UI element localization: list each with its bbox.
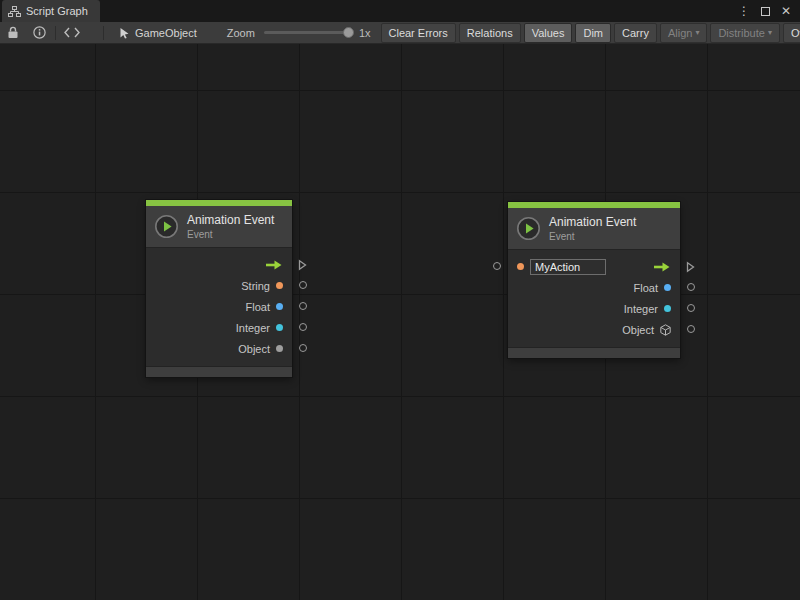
close-icon[interactable]: ✕ <box>781 0 791 22</box>
float-type-icon <box>276 303 283 310</box>
dim-button[interactable]: Dim <box>575 23 611 43</box>
port-row-name-input-flow-out <box>508 256 680 277</box>
port-row-string: String <box>146 275 292 296</box>
string-output-port[interactable] <box>299 281 307 289</box>
toolbar-divider <box>55 26 56 40</box>
port-row-flow-out <box>146 254 292 275</box>
gameobject-label: GameObject <box>135 27 197 39</box>
port-label: Float <box>246 301 270 313</box>
node-body: Float Integer Object <box>508 250 680 347</box>
zoom-slider[interactable] <box>264 31 352 34</box>
window-controls: ⋮ ✕ <box>738 0 800 22</box>
port-label: Integer <box>624 303 658 315</box>
zoom-value: 1x <box>359 27 371 39</box>
menu-icon[interactable]: ⋮ <box>738 0 750 22</box>
angle-brackets-icon[interactable] <box>63 24 81 42</box>
object-type-icon <box>276 345 283 352</box>
info-icon[interactable] <box>30 24 48 42</box>
align-button[interactable]: Align ▾ <box>660 23 707 43</box>
node-title: Animation Event <box>549 215 636 229</box>
float-output-port[interactable] <box>687 283 695 291</box>
port-row-float: Float <box>508 277 680 298</box>
integer-type-icon <box>664 305 671 312</box>
float-type-icon <box>664 284 671 291</box>
tab-script-graph[interactable]: Script Graph <box>2 0 100 22</box>
values-button[interactable]: Values <box>524 23 573 43</box>
graph-canvas[interactable]: Animation Event Event String <box>0 44 800 600</box>
cube-icon <box>660 324 671 336</box>
gameobject-selector[interactable]: GameObject <box>111 22 205 44</box>
carry-button[interactable]: Carry <box>614 23 657 43</box>
object-output-port[interactable] <box>687 325 695 333</box>
node-footer <box>146 366 292 377</box>
port-label: Object <box>622 324 654 336</box>
relations-button[interactable]: Relations <box>459 23 521 43</box>
node-footer <box>508 347 680 358</box>
tab-bar: Script Graph ⋮ ✕ <box>0 0 800 22</box>
action-name-field[interactable] <box>530 259 606 275</box>
align-label: Align <box>668 24 692 42</box>
chevron-down-icon: ▾ <box>695 24 699 42</box>
node-body: String Float Integer Object <box>146 248 292 366</box>
string-type-icon <box>517 263 524 270</box>
event-play-icon <box>154 214 179 239</box>
integer-output-port[interactable] <box>299 323 307 331</box>
event-play-icon <box>516 216 541 241</box>
node-header[interactable]: Animation Event Event <box>146 206 292 248</box>
flow-arrow-icon <box>265 260 283 270</box>
integer-output-port[interactable] <box>687 304 695 312</box>
flow-output-port[interactable] <box>686 261 695 273</box>
maximize-icon[interactable] <box>761 7 770 16</box>
tab-title: Script Graph <box>26 5 88 17</box>
toolbar-buttons: Clear Errors Relations Values Dim Carry … <box>381 22 800 44</box>
overview-button[interactable]: Overview <box>783 23 800 43</box>
name-input-port[interactable] <box>493 262 501 270</box>
port-label: Float <box>634 282 658 294</box>
flow-arrow-icon <box>653 262 671 272</box>
script-graph-window: Script Graph ⋮ ✕ <box>0 0 800 600</box>
port-label: Object <box>238 343 270 355</box>
integer-type-icon <box>276 324 283 331</box>
node-titles: Animation Event Event <box>549 215 636 242</box>
node-title: Animation Event <box>187 213 274 227</box>
port-row-object: Object <box>508 319 680 340</box>
cursor-icon <box>119 27 130 39</box>
port-label: Integer <box>236 322 270 334</box>
port-row-object: Object <box>146 338 292 359</box>
distribute-button[interactable]: Distribute ▾ <box>710 23 779 43</box>
node-animation-event-2[interactable]: Animation Event Event <box>508 202 680 358</box>
node-animation-event-1[interactable]: Animation Event Event String <box>146 200 292 377</box>
zoom-slider-thumb[interactable] <box>343 27 354 38</box>
chevron-down-icon: ▾ <box>768 24 772 42</box>
object-output-port[interactable] <box>299 344 307 352</box>
node-titles: Animation Event Event <box>187 213 274 240</box>
node-header[interactable]: Animation Event Event <box>508 208 680 250</box>
port-row-integer: Integer <box>508 298 680 319</box>
zoom-label: Zoom <box>227 27 255 39</box>
float-output-port[interactable] <box>299 302 307 310</box>
toolbar-divider <box>103 26 104 40</box>
node-subtitle: Event <box>549 231 636 242</box>
graph-toolbar: GameObject Zoom 1x Clear Errors Relation… <box>0 22 800 44</box>
flow-output-port[interactable] <box>298 259 307 271</box>
port-row-integer: Integer <box>146 317 292 338</box>
clear-errors-button[interactable]: Clear Errors <box>381 23 456 43</box>
port-label: String <box>241 280 270 292</box>
port-row-float: Float <box>146 296 292 317</box>
string-type-icon <box>276 282 283 289</box>
script-graph-icon <box>8 6 21 17</box>
node-subtitle: Event <box>187 229 274 240</box>
distribute-label: Distribute <box>718 24 764 42</box>
lock-icon[interactable] <box>4 24 22 42</box>
